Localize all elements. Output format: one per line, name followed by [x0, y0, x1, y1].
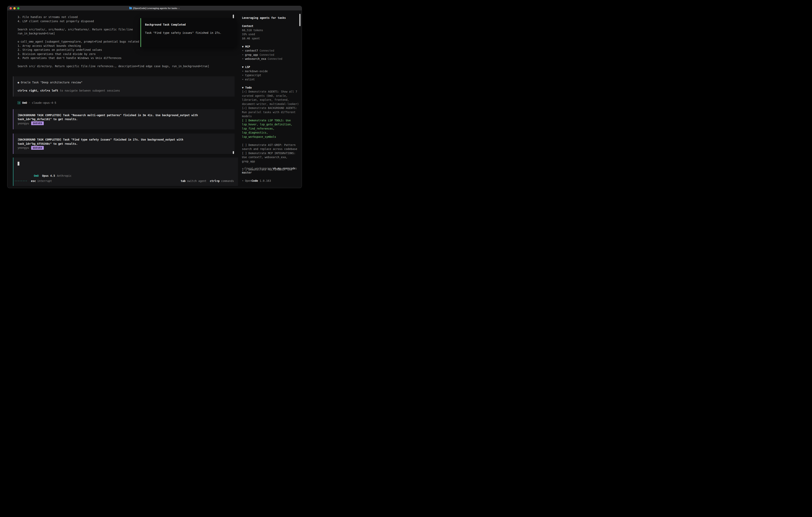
tool-call-line: 3. Division operations that could divide…	[13, 52, 235, 56]
clock-icon: ◐	[179, 7, 180, 9]
titlebar: [OpenCode] Leveraging agents for tasks ◐	[7, 6, 302, 10]
todo-item-done: [✓] Demonstrate BACKGROUND AGENTS: Run p…	[242, 106, 299, 118]
message-author: yeongyu	[18, 146, 29, 149]
todo-item-done: [✓] Demonstrate AGENTS: Show all 7 curat…	[242, 89, 299, 106]
folder-icon	[129, 7, 132, 9]
hint-text: to navigate between subagent sessions	[58, 89, 120, 92]
agent-model: claude-opus-4-5	[32, 101, 56, 104]
lsp-item: •typescript	[242, 73, 299, 77]
minimize-button[interactable]	[13, 7, 16, 9]
mcp-name: grep_app	[245, 53, 258, 56]
agent-name: OmO	[22, 101, 27, 104]
keyhint-commands: ctrl+pcommands	[210, 179, 234, 183]
agent-header: OmO · claude-opus-4-5	[13, 101, 235, 105]
window-title-group: [OpenCode] Leveraging agents for tasks ◐	[7, 7, 302, 9]
todo-item-pending: [ ] Demonstrate MCP INTEGRATIONS: Use co…	[242, 151, 299, 164]
lsp-name: eslint	[245, 78, 255, 81]
message-text: task_id="bg_6f59260c" to get results.	[18, 142, 230, 146]
mcp-item: •grep_appConnected	[242, 53, 299, 57]
session-title: Leveraging agents for tasks	[242, 16, 299, 20]
context-spent: $0.46 spent	[242, 36, 299, 40]
spinner-dots: ········	[14, 179, 27, 183]
app-name-bold: Code	[252, 179, 258, 182]
caret-line[interactable]	[18, 162, 234, 166]
input-agent-name: OmO	[34, 174, 38, 177]
tool-call-line: 4. Path operations that don't handle Win…	[13, 56, 235, 60]
bullet-icon: •	[242, 179, 243, 182]
key-esc: esc	[31, 179, 36, 183]
bullet-icon: •	[242, 70, 243, 73]
status-badge: QUEUED	[31, 146, 44, 150]
main-scrollbar-thumb[interactable]	[233, 151, 234, 154]
bullet-icon: •	[242, 78, 243, 81]
todo-section-heading: ▼ Todo	[242, 86, 299, 90]
key-ctrlp: ctrl+p	[210, 179, 220, 183]
lsp-item: •markdown-oxide	[242, 69, 299, 73]
mcp-name: context7	[245, 49, 258, 52]
mcp-status: Connected	[260, 49, 274, 52]
sidebar-scrollbar-thumb[interactable]	[299, 14, 300, 26]
lsp-item: •eslint	[242, 77, 299, 82]
key-ctrlp-label: commands	[221, 179, 234, 183]
key-tab: tab	[181, 179, 185, 183]
bullet-icon: •	[242, 49, 243, 52]
message-panel: [BACKGROUND TASK COMPLETED] Task "Find t…	[13, 134, 235, 154]
app-version: •OpenCode1.0.163	[242, 179, 271, 183]
oracle-task-title: Oracle Task "Deep architecture review"	[21, 81, 83, 84]
key-esc-label: interrupt	[37, 179, 52, 183]
toast-body: Task "Find type safety issues" finished …	[145, 31, 233, 35]
mcp-name: websearch_exa	[245, 57, 266, 60]
close-button[interactable]	[9, 7, 12, 9]
mcp-status: Connected	[260, 53, 274, 56]
session-sidebar: Leveraging agents for tasks Context 66,5…	[235, 10, 302, 188]
workspace-path-main: oh-my-opencode:	[273, 167, 297, 170]
window-content: 3. File handles or streams not closed 4.…	[7, 10, 302, 188]
lsp-name: markdown-oxide	[245, 70, 268, 73]
oracle-task-panel: ◉Oracle Task "Deep architecture review" …	[13, 76, 235, 97]
mcp-status: Connected	[268, 57, 282, 60]
lsp-section-heading: ▼ LSP	[242, 65, 299, 69]
traffic-lights	[9, 7, 19, 9]
message-meta: yeongyu QUEUED	[18, 146, 230, 150]
todo-item-pending: [ ] Demonstrate AST-GREP: Pattern search…	[242, 143, 299, 151]
git-branch: master	[242, 171, 252, 174]
workspace-path-dim: ~/local-workspaces/	[242, 167, 273, 170]
tool-call-line	[13, 60, 235, 64]
input-provider-name: Anthropic	[57, 174, 71, 177]
zoom-button[interactable]	[17, 7, 19, 9]
mcp-item: •websearch_exaConnected	[242, 57, 299, 61]
message-panel: [BACKGROUND TASK COMPLETED] Task "Resear…	[13, 109, 235, 130]
hint-keys: ctrl+x right, ctrl+x left	[18, 89, 58, 92]
app-name-dim: Open	[245, 179, 252, 182]
keyhint-interrupt: escinterrupt	[31, 179, 52, 183]
message-text: task_id="bg_dcfac161" to get results.	[18, 117, 230, 121]
opencode-window: [OpenCode] Leveraging agents for tasks ◐…	[7, 6, 302, 188]
mcp-section-heading: ▼ MCP	[242, 45, 299, 49]
mcp-item: •context7Connected	[242, 49, 299, 53]
context-heading: Context	[242, 24, 299, 28]
input-model-name: Opus 4.5	[42, 174, 55, 177]
oracle-task-icon: ◉	[18, 81, 19, 84]
workspace-path: ~/local-workspaces/oh-my-opencode: maste…	[242, 166, 299, 174]
status-badge: QUEUED	[31, 121, 44, 125]
oracle-hint-line: ctrl+x right, ctrl+x left to navigate be…	[18, 88, 230, 93]
tool-call-line: Search src/ directory. Return specific f…	[13, 64, 235, 69]
context-used: 33% used	[242, 32, 299, 36]
tool-call-line: 2. String operations on potentially unde…	[13, 48, 235, 52]
window-title: [OpenCode] Leveraging agents for tasks	[133, 7, 177, 9]
context-tokens: 66,518 tokens	[242, 28, 299, 32]
bullet-icon: •	[242, 74, 243, 77]
message-author: yeongyu	[18, 122, 29, 125]
text-cursor	[18, 162, 19, 166]
status-bar: ········ escinterrupt tabswitch agent ct…	[14, 179, 234, 183]
bullet-icon: •	[242, 53, 243, 56]
message-text: [BACKGROUND TASK COMPLETED] Task "Find t…	[18, 138, 230, 142]
separator-dot: ·	[29, 101, 30, 104]
version-number: 1.0.163	[260, 179, 271, 182]
lsp-name: typescript	[245, 74, 261, 77]
background-task-toast: Background Task Completed Task "Find typ…	[141, 18, 237, 47]
status-bar-right: tabswitch agent ctrl+pcommands	[181, 179, 234, 183]
message-text: [BACKGROUND TASK COMPLETED] Task "Resear…	[18, 113, 230, 117]
toast-title: Background Task Completed	[145, 23, 233, 27]
message-meta: yeongyu QUEUED	[18, 121, 230, 126]
